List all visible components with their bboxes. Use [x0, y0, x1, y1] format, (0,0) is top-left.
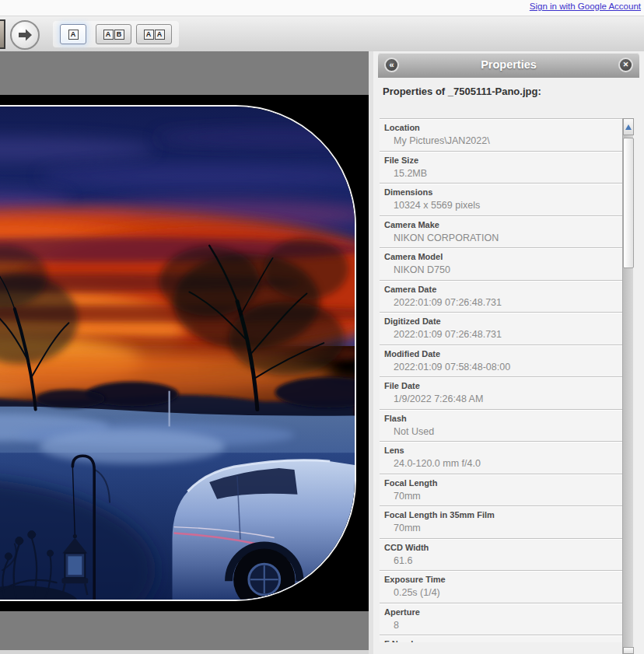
- property-value: NIKON D750: [384, 264, 618, 277]
- property-value: 24.0-120.0 mm f/4.0: [384, 457, 618, 470]
- property-value: 2022:01:09 07:58:48-08:00: [384, 361, 618, 374]
- letter-box: B: [114, 30, 124, 40]
- property-label: Flash: [384, 413, 618, 424]
- scroll-up-button[interactable]: [623, 118, 634, 135]
- properties-panel-header: « Properties ✕: [378, 53, 639, 78]
- property-row: Focal Length 70mm: [380, 474, 622, 507]
- properties-list: Location My Pictures\JAN2022\ File Size …: [380, 118, 622, 642]
- property-label: File Date: [384, 380, 618, 391]
- property-row: Lens 24.0-120.0 mm f/4.0: [380, 442, 622, 474]
- property-value: 70mm: [384, 522, 618, 535]
- property-row: F Number: [380, 635, 622, 642]
- property-value: Not Used: [384, 425, 618, 439]
- view-mode-compare-aa[interactable]: A A: [136, 24, 172, 44]
- close-icon: ✕: [623, 61, 629, 68]
- property-value: My Pictures\JAN2022\: [384, 135, 618, 148]
- property-value: 2022:01:09 07:26:48.731: [384, 328, 618, 341]
- property-row: Focal Length in 35mm Film 70mm: [380, 506, 622, 539]
- letter-box: A: [103, 30, 114, 40]
- arrow-right-icon: [16, 26, 34, 44]
- property-row: Dimensions 10324 x 5569 pixels: [380, 184, 622, 216]
- triangle-up-icon: [625, 124, 632, 130]
- sunset-photo-graphic: [0, 107, 355, 600]
- property-value: 8: [384, 619, 618, 632]
- property-label: Camera Model: [384, 251, 618, 262]
- panel-subtitle: Properties of _7505111-Pano.jpg:: [383, 86, 541, 97]
- property-label: Modified Date: [384, 348, 618, 359]
- panel-title: Properties: [378, 58, 639, 71]
- next-image-button[interactable]: [10, 20, 40, 50]
- property-row: File Date 1/9/2022 7:26:48 AM: [380, 377, 622, 410]
- property-row: Exposure Time 0.25s (1/4): [380, 571, 622, 603]
- property-value: 0.25s (1/4): [384, 586, 618, 600]
- viewer-bottom-strip: [0, 650, 369, 654]
- property-row: Aperture 8: [380, 603, 622, 636]
- property-value: 1/9/2022 7:26:48 AM: [384, 393, 618, 406]
- property-row: Camera Date 2022:01:09 07:26:48.731: [380, 281, 622, 313]
- property-label: Aperture: [384, 607, 618, 617]
- google-signin-link[interactable]: Sign in with Google Account: [530, 2, 641, 11]
- viewer-canvas[interactable]: [0, 95, 369, 611]
- property-label: Digitized Date: [384, 316, 618, 327]
- property-label: Lens: [384, 445, 618, 456]
- property-row: File Size 15.2MB: [380, 152, 622, 184]
- property-label: F Number: [384, 638, 618, 642]
- property-value: 70mm: [384, 490, 618, 503]
- property-value: 10324 x 5569 pixels: [384, 199, 618, 212]
- letter-box: A: [155, 30, 165, 40]
- property-row: Location My Pictures\JAN2022\: [380, 119, 622, 152]
- toolbar: A A B A A: [0, 16, 644, 51]
- image-viewer: [0, 51, 369, 654]
- property-row: CCD Width 61.6: [380, 539, 622, 572]
- property-value: 15.2MB: [384, 167, 618, 180]
- top-strip: Sign in with Google Account: [0, 0, 644, 16]
- view-mode-compare-ab[interactable]: A B: [96, 24, 131, 44]
- property-row: Flash Not Used: [380, 410, 622, 442]
- scrollbar-thumb[interactable]: [623, 138, 634, 268]
- close-panel-button[interactable]: ✕: [618, 58, 633, 72]
- property-label: Focal Length in 35mm Film: [384, 509, 618, 520]
- property-label: File Size: [384, 155, 618, 166]
- property-value: NIKON CORPORATION: [384, 232, 618, 245]
- app-window: Sign in with Google Account A A B A A: [0, 0, 644, 654]
- property-label: Camera Date: [384, 284, 618, 295]
- properties-scrollbar[interactable]: [622, 118, 633, 654]
- scroll-down-button[interactable]: [623, 647, 634, 654]
- letter-box: A: [144, 30, 154, 40]
- property-row: Camera Make NIKON CORPORATION: [380, 216, 622, 249]
- photo-sunset-panorama[interactable]: [0, 105, 356, 601]
- property-label: Focal Length: [384, 477, 618, 488]
- property-row: Modified Date 2022:01:09 07:58:48-08:00: [380, 345, 622, 378]
- view-mode-single[interactable]: A: [60, 24, 86, 44]
- partial-toolbar-button[interactable]: [0, 19, 5, 49]
- property-label: Dimensions: [384, 187, 618, 198]
- property-row: Digitized Date 2022:01:09 07:26:48.731: [380, 313, 622, 345]
- property-label: Location: [384, 122, 618, 133]
- property-label: Exposure Time: [384, 574, 618, 585]
- property-label: CCD Width: [384, 542, 618, 553]
- property-value: 2022:01:09 07:26:48.731: [384, 296, 618, 310]
- properties-panel: « Properties ✕ Properties of _7505111-Pa…: [373, 51, 644, 654]
- view-mode-group: A A B A A: [53, 21, 179, 47]
- property-label: Camera Make: [384, 219, 618, 230]
- property-value: 61.6: [384, 554, 618, 568]
- letter-box: A: [68, 30, 79, 40]
- property-row: Camera Model NIKON D750: [380, 248, 622, 281]
